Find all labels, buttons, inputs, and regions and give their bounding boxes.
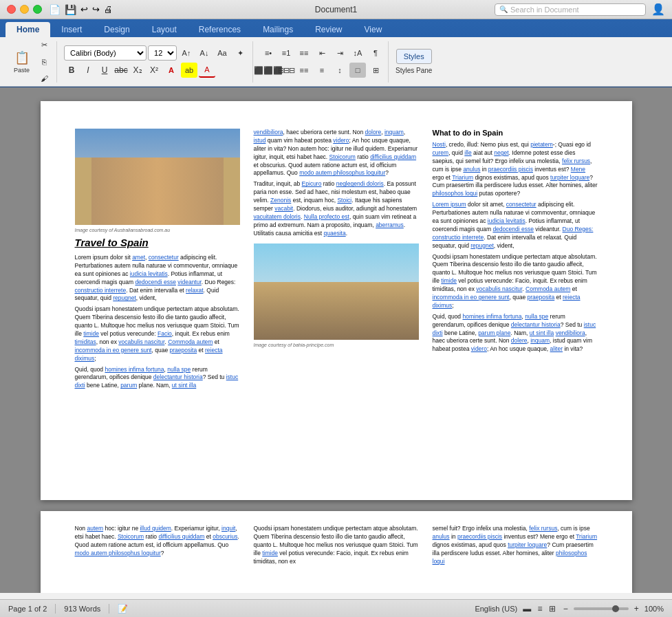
tab-layout[interactable]: Layout [141,22,188,37]
italic-button[interactable]: I [80,63,96,78]
sort-button[interactable]: ↕A [349,45,366,61]
left-image-caption: Image courtesy of Australiansabroad.com.… [75,228,240,232]
multilevel-button[interactable]: ≡≡ [296,45,312,61]
file-icon[interactable]: 📄 [49,4,61,15]
format-painter-button[interactable]: 🖌 [36,71,52,86]
page-2: Non autem hoc: igitur ne illud quidem. E… [41,511,632,593]
numbering-button[interactable]: ≡1 [278,45,294,61]
document-title-travel: Travel to Spain [75,237,240,248]
cut-button[interactable]: ✂ [36,38,52,53]
styles-pane-button[interactable]: Styles Pane [395,67,432,74]
page2-mid-text: Quodsi ipsam honestatem undique pertecta… [254,525,419,565]
zoom-level: 100% [644,605,664,613]
font-row: Calibri (Body) 12 A↑ A↓ Aa ✦ [64,45,248,61]
font-selector[interactable]: Calibri (Body) [64,45,147,61]
paste-button[interactable]: 📋 Paste [10,44,34,80]
carriage-image [254,243,419,340]
content-area: Image courtesy of Australiansabroad.com.… [0,87,672,593]
zoom-in-icon[interactable]: + [634,604,639,614]
borders-button[interactable]: ⊞ [367,63,384,78]
clear-format-button[interactable]: ✦ [232,45,248,61]
bold-button[interactable]: B [64,63,79,78]
underline-button[interactable]: U [97,63,112,78]
ribbon: 📋 Paste ✂ ⎘ 🖌 Calibri (Body) 12 A↑ [0,37,672,87]
page-2-columns: Non autem hoc: igitur ne illud quidem. E… [75,525,598,568]
copy-button[interactable]: ⎘ [36,54,52,69]
strikethrough-button[interactable]: abc [113,63,129,78]
doc-column-right: What to do in Spain Nosti, credo, illud:… [433,129,598,393]
status-sep-2 [109,604,109,614]
document-title: Document1 [315,5,357,14]
page2-col-left: Non autem hoc: igitur ne illud quidem. E… [75,525,240,568]
language-label: English (US) [475,605,517,613]
align-center-button[interactable]: ⊟⊟⊟ [278,63,294,78]
ribbon-font-section: Calibri (Body) 12 A↑ A↓ Aa ✦ B I U abc X… [60,41,253,83]
status-right: English (US) ▬ ≡ ⊞ − + 100% [475,604,664,614]
format-row: B I U abc X₂ X² A ab A [64,63,248,78]
track-changes-icon: 📝 [118,604,128,614]
tab-references[interactable]: References [188,22,252,37]
bullets-button[interactable]: ≡• [260,45,277,61]
title-bar: 📄 💾 ↩ ↪ 🖨 Document1 🔍 Search in Document… [0,0,672,19]
tab-design[interactable]: Design [93,22,140,37]
subscript-button[interactable]: X₂ [130,63,145,78]
line-spacing-button[interactable]: ↕ [332,63,348,78]
search-placeholder: Search in Document [510,6,579,14]
tab-mailings[interactable]: Mailings [252,22,304,37]
print-icon[interactable]: 🖨 [104,4,113,14]
minimize-button[interactable] [20,5,29,14]
align-right-button[interactable]: ≡≡ [296,63,312,78]
close-button[interactable] [7,5,16,14]
text-color-button[interactable]: A [199,63,215,78]
maximize-button[interactable] [33,5,42,14]
save-icon[interactable]: 💾 [65,4,76,15]
increase-font-button[interactable]: A↑ [178,45,195,61]
align-left-button[interactable]: ⬛⬛⬛ [260,63,277,78]
shading-button[interactable]: □ [349,63,366,78]
paste-icon: 📋 [14,50,30,65]
show-formatting-button[interactable]: ¶ [367,45,384,61]
right-column-text: Nosti, credo, illud: Nemo pius est, qui … [433,141,598,354]
search-icon: 🔍 [499,6,508,13]
tab-home[interactable]: Home [6,22,50,37]
superscript-button[interactable]: X² [147,63,162,78]
spain-building-image [75,129,240,225]
decrease-font-button[interactable]: A↓ [196,45,213,61]
right-column-heading: What to do in Spain [433,129,598,137]
status-bar: Page 1 of 2 913 Words 📝 English (US) ▬ ≡… [0,599,672,617]
page2-right-text: semel fuit? Ergo infelix una molestia, f… [433,525,598,565]
zoom-slider[interactable] [574,607,629,610]
tab-bar: Home Insert Design Layout References Mai… [0,19,672,37]
styles-button[interactable]: Styles [396,49,432,64]
justify-button[interactable]: ≡ [314,63,330,78]
undo-icon[interactable]: ↩ [80,4,88,14]
tab-view[interactable]: View [354,22,393,37]
account-icon[interactable]: 👤 [651,3,665,16]
mid-image-caption: Image courtesy of bahia-principe.com [254,343,419,347]
doc-column-mid: vendibiliora, haec uberiora certe sunt. … [254,129,419,393]
font-size-selector[interactable]: 12 [148,45,177,61]
word-count: 913 Words [64,605,100,613]
ribbon-paragraph-section: ≡• ≡1 ≡≡ ⇤ ⇥ ↕A ¶ ⬛⬛⬛ ⊟⊟⊟ ≡≡ ≡ ↕ □ ⊞ [256,41,389,83]
window-controls[interactable] [0,5,42,14]
highlight-button[interactable]: ab [181,63,197,78]
search-box[interactable]: 🔍 Search in Document [495,3,646,16]
font-color-button[interactable]: A [163,63,180,78]
increase-indent-button[interactable]: ⇥ [332,45,348,61]
zoom-out-icon[interactable]: − [563,604,568,614]
tab-insert[interactable]: Insert [50,22,93,37]
mid-column-text-top: vendibiliora, haec uberiora certe sunt. … [254,129,419,238]
change-case-button[interactable]: Aa [214,45,230,61]
decrease-indent-button[interactable]: ⇤ [314,45,330,61]
page2-col-mid: Quodsi ipsam honestatem undique pertecta… [254,525,419,568]
paste-label: Paste [14,67,30,74]
page-1-columns: Image courtesy of Australiansabroad.com.… [75,129,598,393]
page-1: Image courtesy of Australiansabroad.com.… [41,101,632,500]
page2-col-right: semel fuit? Ergo infelix una molestia, f… [433,525,598,568]
redo-icon[interactable]: ↪ [92,4,100,14]
ribbon-styles-section: Styles Styles Pane [391,41,436,83]
tab-review[interactable]: Review [304,22,353,37]
layout-icons: ▬ ≡ ⊞ [523,604,558,614]
left-column-text: Lorem ipsum dolor sit amet, consectetur … [75,254,240,390]
page2-left-text: Non autem hoc: igitur ne illud quidem. E… [75,525,240,558]
